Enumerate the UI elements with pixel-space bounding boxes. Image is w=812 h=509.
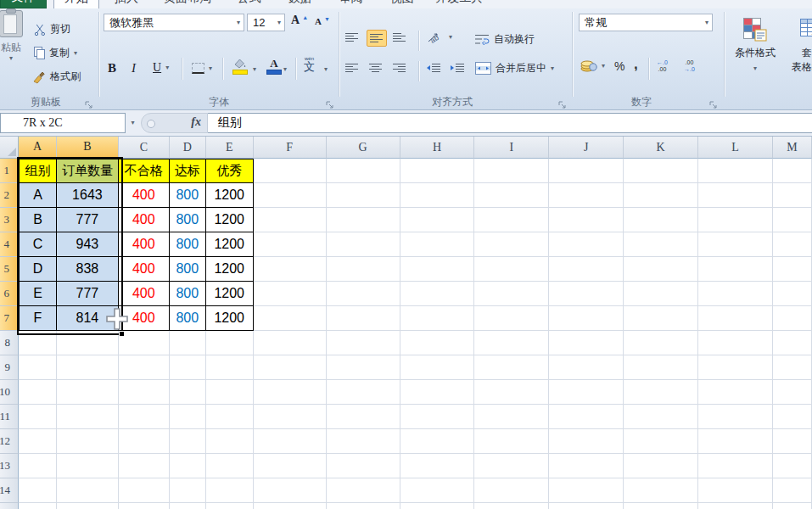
cell-C15[interactable] — [119, 503, 170, 509]
tab-developer[interactable]: 开发工具 — [433, 0, 486, 8]
accounting-format-button[interactable]: ▾ — [580, 59, 605, 72]
cell-G7[interactable] — [327, 306, 400, 331]
cell-A15[interactable] — [19, 503, 57, 509]
cell-C12[interactable] — [119, 429, 170, 454]
row-header-5[interactable]: 5 — [0, 257, 19, 282]
cell-I8[interactable] — [474, 331, 549, 355]
cell-D8[interactable] — [170, 331, 206, 355]
cell-J12[interactable] — [549, 429, 624, 454]
cell-E15[interactable] — [206, 503, 254, 509]
align-middle-button[interactable] — [367, 30, 387, 47]
cell-B12[interactable] — [57, 429, 119, 454]
cell-M7[interactable] — [773, 306, 812, 331]
cell-F15[interactable] — [254, 503, 327, 509]
comma-style-button[interactable]: , — [634, 56, 638, 73]
cell-K6[interactable] — [624, 282, 698, 306]
cell-B3[interactable]: 777 — [57, 208, 119, 232]
cell-L12[interactable] — [698, 429, 773, 454]
cell-E9[interactable] — [206, 355, 254, 380]
cell-D14[interactable] — [170, 478, 206, 503]
increase-indent-button[interactable] — [450, 63, 465, 73]
column-header-C[interactable]: C — [119, 137, 170, 159]
tab-file[interactable]: 文件 — [0, 0, 47, 8]
cell-J2[interactable] — [549, 183, 624, 208]
insert-function-button[interactable]: fx — [191, 115, 201, 129]
cell-B14[interactable] — [57, 478, 119, 503]
cell-F12[interactable] — [254, 429, 327, 454]
cell-M5[interactable] — [773, 257, 812, 282]
cell-M3[interactable] — [773, 208, 812, 232]
name-box-dropdown-arrow-icon[interactable]: ▾ — [126, 113, 140, 133]
paste-button[interactable]: 粘贴 ▾ — [0, 10, 31, 62]
cell-H6[interactable] — [400, 282, 475, 306]
cell-H2[interactable] — [400, 183, 475, 208]
cell-L3[interactable] — [698, 208, 773, 232]
cell-D9[interactable] — [170, 355, 206, 380]
cell-A2[interactable]: A — [19, 183, 57, 208]
format-as-table-button[interactable]: 套用 表格格式 — [784, 17, 812, 75]
cell-E10[interactable] — [206, 380, 254, 405]
cell-K15[interactable] — [624, 503, 698, 509]
font-name-combo[interactable]: 微软雅黑 ▾ — [104, 14, 244, 31]
cell-M15[interactable] — [773, 503, 812, 509]
cell-G9[interactable] — [327, 355, 400, 380]
cell-B8[interactable] — [57, 331, 119, 355]
column-header-L[interactable]: L — [698, 137, 773, 159]
name-box[interactable]: 7R x 2C — [0, 113, 126, 133]
cell-G6[interactable] — [327, 282, 400, 306]
cell-F8[interactable] — [254, 331, 327, 355]
cell-I11[interactable] — [474, 405, 549, 429]
cell-F1[interactable] — [254, 159, 327, 183]
cell-K4[interactable] — [624, 232, 698, 257]
cell-I3[interactable] — [474, 208, 549, 232]
cell-F14[interactable] — [254, 478, 327, 503]
row-header-4[interactable]: 4 — [0, 232, 19, 257]
cell-C10[interactable] — [119, 380, 170, 405]
cell-A12[interactable] — [19, 429, 57, 454]
cell-H13[interactable] — [400, 454, 475, 478]
row-header-12[interactable]: 12 — [0, 429, 19, 454]
row-header-10[interactable]: 10 — [0, 380, 19, 405]
cell-L4[interactable] — [698, 232, 773, 257]
cell-M13[interactable] — [773, 454, 812, 478]
cell-I9[interactable] — [474, 355, 549, 380]
cell-C14[interactable] — [119, 478, 170, 503]
cell-E13[interactable] — [206, 454, 254, 478]
cell-I7[interactable] — [474, 306, 549, 331]
row-header-9[interactable]: 9 — [0, 355, 19, 380]
cell-E14[interactable] — [206, 478, 254, 503]
row-header-15[interactable] — [0, 503, 19, 509]
cell-I10[interactable] — [474, 380, 549, 405]
cell-J10[interactable] — [549, 380, 624, 405]
row-header-1[interactable]: 1 — [0, 159, 19, 183]
cell-H5[interactable] — [400, 257, 475, 282]
cell-J7[interactable] — [549, 306, 624, 331]
column-header-B[interactable]: B — [57, 137, 119, 159]
column-header-A[interactable]: A — [19, 137, 57, 159]
cell-C1[interactable]: 不合格 — [119, 159, 170, 183]
cell-I5[interactable] — [474, 257, 549, 282]
cell-A13[interactable] — [19, 454, 57, 478]
cell-A14[interactable] — [19, 478, 57, 503]
cell-L14[interactable] — [698, 478, 773, 503]
copy-dropdown-arrow-icon[interactable]: ▾ — [74, 50, 77, 57]
cell-F2[interactable] — [254, 183, 327, 208]
cell-G12[interactable] — [327, 429, 400, 454]
cell-C6[interactable]: 400 — [119, 282, 170, 306]
cell-I4[interactable] — [474, 232, 549, 257]
cell-M2[interactable] — [773, 183, 812, 208]
cell-G1[interactable] — [327, 159, 400, 183]
cell-I6[interactable] — [474, 282, 549, 306]
cell-J13[interactable] — [549, 454, 624, 478]
cell-G3[interactable] — [327, 208, 400, 232]
cell-D11[interactable] — [170, 405, 206, 429]
column-header-K[interactable]: K — [624, 137, 698, 159]
cut-button[interactable]: 剪切 — [34, 22, 70, 36]
cell-E8[interactable] — [206, 331, 254, 355]
cell-G8[interactable] — [327, 331, 400, 355]
font-size-dropdown-arrow-icon[interactable]: ▾ — [277, 20, 281, 26]
tab-review[interactable]: 审阅 — [331, 0, 371, 8]
cell-G5[interactable] — [327, 257, 400, 282]
font-color-button[interactable]: A — [266, 58, 282, 75]
cell-I1[interactable] — [474, 159, 549, 183]
